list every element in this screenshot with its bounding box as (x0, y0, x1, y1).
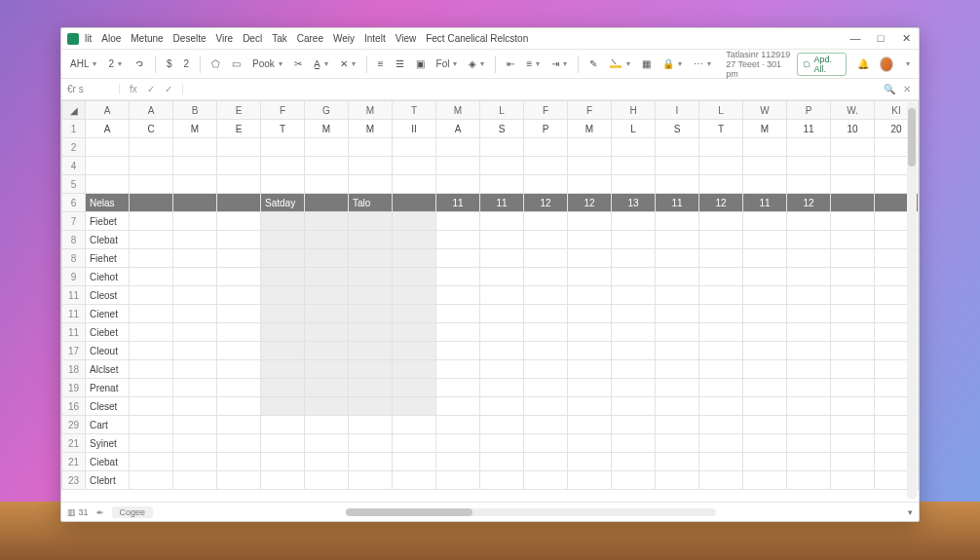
cell[interactable] (568, 323, 612, 342)
cell[interactable] (173, 397, 217, 416)
cell[interactable] (568, 231, 612, 249)
row-header[interactable]: 7 (62, 212, 86, 231)
cell[interactable] (261, 342, 305, 360)
cell[interactable] (480, 305, 524, 323)
cell[interactable] (173, 342, 217, 360)
cell[interactable] (831, 360, 875, 379)
cell[interactable] (305, 157, 349, 175)
cell[interactable] (436, 138, 480, 157)
cell[interactable] (261, 434, 305, 453)
cell[interactable] (743, 323, 787, 342)
cell[interactable] (130, 305, 173, 323)
row-header[interactable]: 11 (62, 286, 86, 305)
cell[interactable] (656, 249, 699, 268)
cell[interactable] (831, 212, 875, 231)
cell[interactable] (831, 305, 875, 323)
cell[interactable] (743, 175, 787, 194)
cell[interactable] (656, 453, 699, 471)
cell[interactable]: Cleost (86, 286, 130, 305)
cell[interactable] (656, 175, 699, 194)
cell[interactable] (349, 323, 393, 342)
cell[interactable] (393, 268, 436, 286)
cell[interactable] (173, 453, 217, 471)
cell[interactable] (699, 434, 743, 453)
column-header[interactable]: F (568, 101, 612, 120)
cell[interactable] (130, 397, 173, 416)
cell[interactable] (787, 268, 831, 286)
row-header[interactable]: 29 (62, 416, 86, 434)
cell[interactable] (743, 249, 787, 268)
column-header[interactable]: M (349, 101, 393, 120)
cell[interactable] (656, 379, 699, 397)
cell[interactable] (305, 342, 349, 360)
cell[interactable] (524, 434, 568, 453)
row-header[interactable]: 4 (62, 157, 86, 175)
accept2-icon[interactable]: ✓ (165, 84, 172, 94)
cell[interactable] (261, 268, 305, 286)
cell[interactable] (305, 397, 349, 416)
cell[interactable] (217, 268, 261, 286)
cell[interactable] (436, 453, 480, 471)
cell[interactable]: 11 (480, 194, 524, 212)
cell[interactable] (349, 471, 393, 490)
notification-icon[interactable]: 🔔 (854, 56, 872, 71)
search-icon[interactable]: 🔍 (884, 84, 895, 94)
menu-item[interactable]: Metune (131, 33, 163, 44)
cell[interactable] (305, 249, 349, 268)
share-pill[interactable]: Apd. All. (797, 53, 847, 76)
cell[interactable]: Cleout (86, 342, 130, 360)
cell[interactable] (656, 212, 699, 231)
cell[interactable] (393, 231, 436, 249)
cell[interactable] (612, 231, 656, 249)
currency-icon[interactable]: $ (164, 56, 175, 71)
cell[interactable] (524, 360, 568, 379)
cell[interactable] (656, 323, 699, 342)
cell[interactable] (305, 286, 349, 305)
cell[interactable] (436, 397, 480, 416)
pencil-icon[interactable]: ✎ (586, 56, 600, 71)
cell[interactable] (261, 212, 305, 231)
cell[interactable] (130, 471, 173, 490)
cell[interactable] (261, 416, 305, 434)
cell[interactable] (524, 157, 568, 175)
row-header[interactable]: 2 (62, 138, 86, 157)
cell[interactable] (612, 379, 656, 397)
cell[interactable] (393, 305, 436, 323)
cell[interactable]: 12 (568, 194, 612, 212)
foldout[interactable]: Fol (433, 56, 461, 71)
cell[interactable] (699, 453, 743, 471)
cell[interactable] (173, 138, 217, 157)
indent-icon[interactable]: ⇥ (548, 56, 570, 71)
cell[interactable] (480, 342, 524, 360)
row-header[interactable]: 8 (62, 249, 86, 268)
cell[interactable] (393, 249, 436, 268)
cell[interactable] (349, 360, 393, 379)
cell[interactable] (831, 471, 875, 490)
cell[interactable]: Cleset (86, 397, 130, 416)
cell[interactable] (436, 379, 480, 397)
cell[interactable] (217, 360, 261, 379)
cell[interactable] (568, 212, 612, 231)
cell[interactable] (173, 212, 217, 231)
cell[interactable] (393, 434, 436, 453)
cell[interactable] (217, 379, 261, 397)
cell[interactable] (612, 249, 656, 268)
menu-item[interactable]: Deselte (173, 33, 207, 44)
menu-item[interactable]: Aloe (101, 33, 121, 44)
align-left-icon[interactable]: ≡ (375, 56, 387, 71)
row-header[interactable]: 21 (62, 453, 86, 471)
column-header[interactable]: H (612, 101, 656, 120)
cell[interactable] (656, 434, 699, 453)
cell[interactable] (699, 157, 743, 175)
cell[interactable] (787, 471, 831, 490)
cell[interactable] (393, 342, 436, 360)
cell[interactable] (436, 286, 480, 305)
cell[interactable]: A (86, 120, 130, 138)
cell[interactable] (612, 323, 656, 342)
cut-icon[interactable]: ✂ (291, 56, 305, 71)
cell[interactable] (261, 286, 305, 305)
cell[interactable] (480, 471, 524, 490)
cell[interactable] (699, 397, 743, 416)
cell[interactable] (568, 268, 612, 286)
cell[interactable]: 12 (699, 194, 743, 212)
